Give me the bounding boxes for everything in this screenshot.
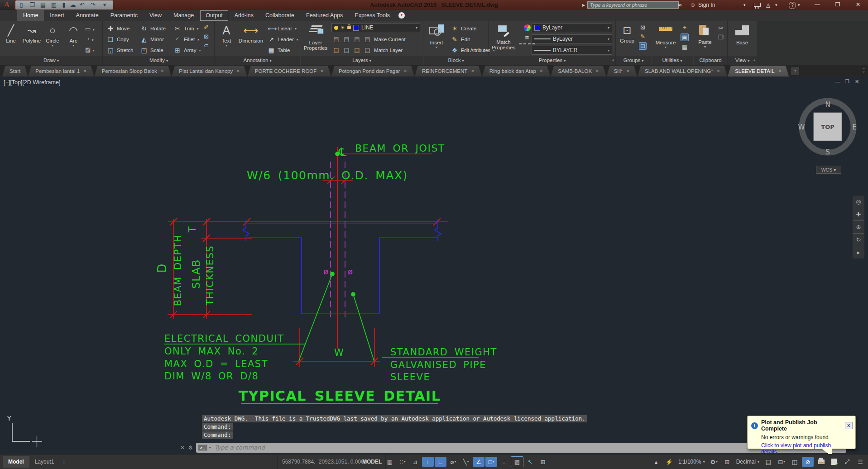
dimension-button[interactable]: ⟷ Dimension: [237, 23, 265, 43]
measure-button[interactable]: Measure ▾: [653, 23, 678, 49]
panel-label-utilities[interactable]: Utilities▾: [652, 56, 693, 65]
linetype-dropdown[interactable]: BYLAYER ▾: [532, 46, 612, 55]
group-edit-icon[interactable]: ✎: [640, 33, 645, 40]
create-block-button[interactable]: ✶Create: [451, 25, 477, 32]
annotation-visibility-icon[interactable]: ▴: [650, 457, 662, 467]
layer-dropdown[interactable]: ☀ LINE ▾: [331, 23, 420, 32]
command-customize-icon[interactable]: ⚙: [188, 445, 193, 451]
cart-icon[interactable]: [754, 0, 761, 10]
file-tab[interactable]: Potongan Pond dan Pagar✕: [331, 66, 414, 77]
sign-in-button[interactable]: Sign In: [698, 0, 715, 10]
move-button[interactable]: ✚Move: [107, 25, 129, 32]
arc-button[interactable]: ◠ Arc ▾: [63, 23, 84, 48]
lock-ui-icon[interactable]: ⊟▾: [776, 457, 787, 467]
rotate-button[interactable]: ↻Rotate: [140, 25, 166, 32]
ribbon-display-toggle-icon[interactable]: ▾: [398, 12, 405, 19]
ribbon-tab-insert[interactable]: Insert: [44, 10, 70, 21]
orbit-icon[interactable]: ↻: [853, 234, 864, 246]
ribbon-tab-annotate[interactable]: Annotate: [70, 10, 105, 21]
viewcube-east[interactable]: E: [852, 123, 856, 131]
autoscale-icon[interactable]: ⚡: [663, 457, 675, 467]
tab-overflow-icon[interactable]: ⌄⌄: [862, 67, 865, 73]
scale-button[interactable]: ◰Scale: [140, 47, 163, 54]
help-icon[interactable]: ?: [789, 0, 796, 10]
dynamic-input-icon[interactable]: +: [422, 457, 434, 467]
restore-button[interactable]: ❐: [831, 0, 844, 10]
new-layout-button[interactable]: +: [59, 456, 68, 468]
ribbon-tab-express-tools[interactable]: Express Tools: [349, 10, 396, 21]
plot-icon[interactable]: [815, 457, 827, 467]
object-snap-tracking-icon[interactable]: ∠: [473, 457, 484, 467]
color-dropdown[interactable]: ByLayer ▾: [532, 23, 612, 32]
command-prompt-icon[interactable]: >_: [198, 445, 207, 451]
panel-label-draw[interactable]: Draw▾: [0, 56, 102, 65]
quick-calculator-icon[interactable]: ▦: [682, 43, 687, 50]
file-tab[interactable]: Pembesian Sloop Balok✕: [95, 66, 172, 77]
polar-tracking-icon[interactable]: ╲▾: [460, 457, 472, 467]
ribbon-tab-featured-apps[interactable]: Featured Apps: [300, 10, 349, 21]
slab-beam-outline[interactable]: [243, 220, 441, 314]
notification-link[interactable]: Click to view plot and publish details..…: [748, 440, 855, 455]
file-tab[interactable]: SLAB AND WALL OPENING*✕: [638, 66, 727, 77]
ribbon-tab-collaborate[interactable]: Collaborate: [259, 10, 300, 21]
isodraft-icon[interactable]: ⌀▾: [447, 457, 459, 467]
group-selection-icon[interactable]: ⊡: [639, 42, 647, 50]
edit-attributes-button[interactable]: ❖Edit Attributes▾: [451, 47, 495, 54]
plot-details-icon[interactable]: [828, 457, 840, 467]
rectangle-tool-button[interactable]: ▭ ▾: [85, 24, 95, 33]
annotation-monitor-icon[interactable]: ⊞: [721, 457, 733, 467]
cad-drawing[interactable]: ℄ BEAM OR JOIST W/6 (100mm. O.D. MAX) D …: [0, 77, 868, 454]
grid-toggle-icon[interactable]: ▦: [384, 457, 396, 467]
layer-properties-button[interactable]: Layer Properties: [302, 23, 329, 51]
command-input[interactable]: [214, 444, 840, 451]
panel-label-block[interactable]: Block▾: [424, 56, 488, 65]
quick-properties-icon[interactable]: ▤: [762, 457, 774, 467]
viewcube-west[interactable]: W: [798, 123, 805, 131]
units-control[interactable]: Decimal▾: [734, 459, 761, 465]
drawing-annotations[interactable]: ℄ BEAM OR JOIST W/6 (100mm. O.D. MAX) D …: [155, 143, 497, 404]
object-snap-icon[interactable]: □▾: [485, 457, 497, 467]
panel-label-view[interactable]: View▾⌟: [728, 56, 757, 65]
3d-object-snap-icon[interactable]: ⊞: [537, 457, 549, 467]
leader-button[interactable]: ↗Leader▾: [268, 36, 298, 43]
group-button[interactable]: ⊡ Group: [617, 23, 638, 43]
search-icon[interactable]: ∞: [678, 0, 682, 10]
model-tab[interactable]: Model: [3, 456, 29, 468]
clean-screen-icon[interactable]: ⤢: [841, 457, 853, 467]
lineweight-list-icon[interactable]: ≡: [525, 34, 529, 41]
recent-commands-icon[interactable]: ▾: [209, 445, 211, 450]
minimize-button[interactable]: —: [810, 0, 824, 10]
navwheel-icon[interactable]: ◎: [853, 196, 864, 208]
layout1-tab[interactable]: Layout1: [30, 456, 59, 468]
ribbon-tab-manage[interactable]: Manage: [168, 10, 200, 21]
viewcube-top-label[interactable]: TOP: [821, 124, 834, 130]
panel-label-layers[interactable]: Layers▾: [301, 56, 423, 65]
ribbon-tab-output[interactable]: Output: [200, 10, 229, 21]
lineweight-toggle-icon[interactable]: ≡: [498, 457, 510, 467]
search-go-icon[interactable]: ▸: [582, 0, 585, 10]
fillet-button[interactable]: ◜Fillet▾: [174, 36, 199, 43]
mirror-button[interactable]: ◭Mirror: [140, 36, 164, 43]
help-dropdown-icon[interactable]: ▾: [798, 0, 800, 10]
array-button[interactable]: ⊞Array▾: [174, 47, 201, 54]
stretch-button[interactable]: ◱Stretch: [107, 47, 133, 54]
offset-icon[interactable]: ⊂: [204, 42, 209, 49]
lineweight-dropdown[interactable]: ByLayer ▾: [532, 34, 612, 43]
ellipse-tool-button[interactable]: ◔ ▾: [86, 35, 93, 43]
explode-icon[interactable]: ⊠: [204, 33, 209, 40]
paste-button[interactable]: Paste ▾: [695, 23, 715, 49]
copy-clip-icon[interactable]: ❐: [718, 34, 724, 41]
base-button[interactable]: Base: [732, 23, 753, 45]
model-space-toggle[interactable]: MODEL: [359, 455, 386, 469]
panel-label-properties[interactable]: Properties▾⌟: [489, 56, 615, 65]
copy-button[interactable]: ❏Copy: [107, 36, 129, 43]
workspace-switching-icon[interactable]: ⚙▾: [708, 457, 720, 467]
line-button[interactable]: ╱ Line: [0, 23, 21, 43]
quick-select-icon[interactable]: ⌖: [683, 24, 686, 31]
file-tab[interactable]: PORTE COCHERE ROOF✕: [248, 66, 331, 77]
customization-icon[interactable]: ☰: [854, 457, 866, 467]
select-all-icon[interactable]: ▣: [681, 34, 689, 41]
file-tab[interactable]: Sill*✕: [607, 66, 637, 77]
ribbon-tab-home[interactable]: Home: [17, 10, 44, 21]
transparency-toggle-icon[interactable]: ▨: [511, 456, 523, 467]
